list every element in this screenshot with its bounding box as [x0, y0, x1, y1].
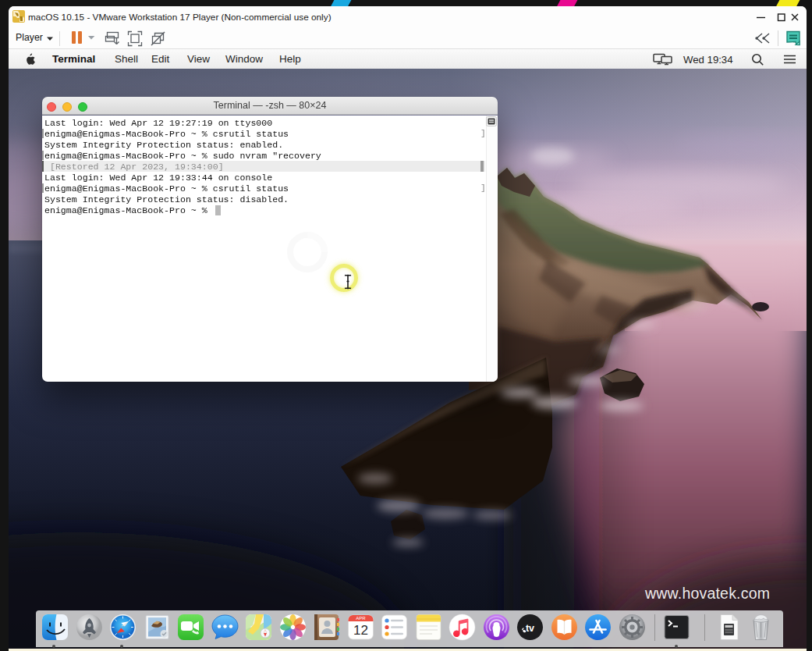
- svg-text:12: 12: [353, 623, 368, 638]
- svg-text:tv: tv: [525, 623, 534, 634]
- svg-text:APR: APR: [356, 616, 366, 621]
